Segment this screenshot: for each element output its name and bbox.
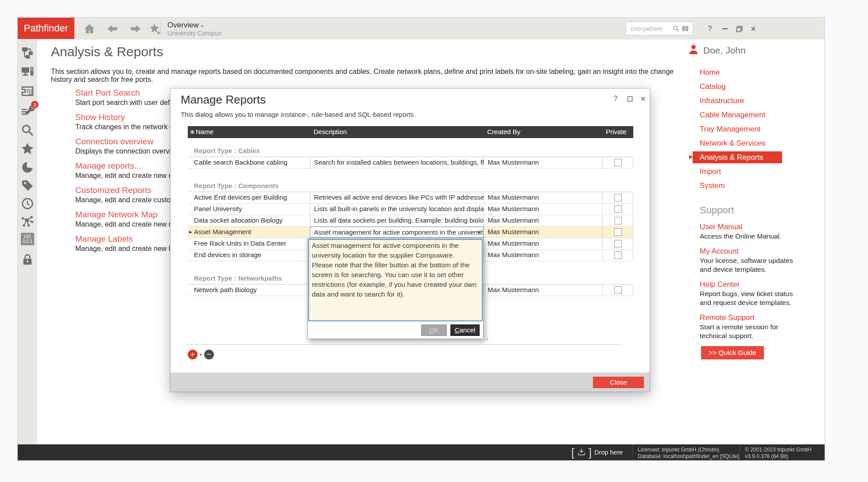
minimize-icon	[722, 28, 728, 29]
star-icon	[20, 142, 35, 156]
ip-addresses-button[interactable]: 192.0.0.1	[21, 233, 35, 247]
minimize-button[interactable]	[719, 23, 731, 35]
workstation-button[interactable]	[20, 65, 35, 79]
copyright-text: © 2001-2023 tripunkt GmbH	[745, 447, 811, 453]
column-header-name[interactable]: Name	[196, 128, 213, 135]
database-text: Database: localhost\pathfinder_en [SQLit…	[638, 453, 739, 459]
dialog-help-button[interactable]: ?	[610, 94, 621, 104]
close-dialog-button[interactable]: Close	[593, 377, 644, 388]
dialog-divider	[187, 344, 622, 345]
support-link[interactable]: User Manual	[700, 222, 801, 232]
report-row[interactable]: Cable search Backbone cablingSearch for …	[188, 157, 633, 169]
column-header-private[interactable]: Private	[606, 128, 627, 135]
breadcrumb-primary[interactable]: Overview	[167, 21, 199, 29]
report-desc-cell: Lists all built-in panels in the univers…	[310, 204, 484, 215]
nav-item-network-services[interactable]: Network & Services	[700, 137, 802, 149]
editor-ok-button[interactable]: OK	[421, 324, 447, 336]
dialog-maximize-button[interactable]	[624, 94, 636, 104]
table-header: ✱ Name Description Created By Private	[188, 126, 633, 138]
security-button[interactable]	[20, 252, 35, 266]
asterisk-icon: ✱	[190, 129, 195, 135]
private-checkbox[interactable]	[614, 228, 622, 236]
nav-item-infrastructure[interactable]: Infrastructure	[700, 95, 802, 107]
support-link[interactable]: Remote Support	[700, 313, 801, 323]
private-checkbox[interactable]	[614, 194, 622, 201]
report-name-cell: ▶Asset Management	[188, 227, 310, 238]
report-private-cell	[602, 157, 633, 168]
bracket-left: [	[571, 446, 574, 459]
report-private-cell	[602, 238, 633, 249]
private-checkbox[interactable]	[614, 159, 622, 166]
manage-reports-dialog: Manage Reports This dialog allows you to…	[170, 89, 650, 392]
support-item: My AccountYour license, software updates…	[700, 247, 801, 274]
nav-item-analysis-reports[interactable]: Analysis & Reports	[693, 151, 782, 163]
topology-button[interactable]	[20, 46, 35, 60]
floorplan-button[interactable]	[20, 84, 35, 98]
tag-icon	[20, 178, 35, 193]
maximize-button[interactable]	[733, 23, 745, 35]
column-header-created-by[interactable]: Created By	[487, 128, 520, 135]
report-desc-combo[interactable]: Asset management for active components i…	[310, 227, 484, 238]
back-button[interactable]	[106, 23, 119, 35]
private-checkbox[interactable]	[614, 286, 622, 294]
nav-item-cable-management[interactable]: Cable Management	[700, 109, 802, 121]
page-title: Analysis & Reports	[51, 44, 163, 59]
report-private-cell	[602, 204, 633, 215]
quick-guide-button[interactable]: >> Quick Guide	[701, 346, 764, 359]
dialog-close-button[interactable]: ✕	[637, 94, 649, 104]
lock-icon	[20, 252, 35, 266]
forward-button[interactable]	[129, 23, 142, 35]
left-toolbar: 3 192.0.0.1	[18, 39, 37, 444]
resize-grip[interactable]	[483, 336, 488, 340]
add-favorite-button[interactable]	[149, 23, 161, 35]
nav-item-system[interactable]: System	[700, 180, 802, 192]
network-map-button[interactable]	[20, 214, 35, 228]
support-link[interactable]: My Account	[700, 247, 801, 256]
remove-report-button[interactable]: −	[204, 350, 214, 359]
column-header-description[interactable]: Description	[314, 128, 347, 135]
description-editor-textarea[interactable]: Asset management for active components i…	[308, 239, 483, 321]
search-tool-button[interactable]	[20, 123, 35, 137]
support-heading: Support	[700, 204, 734, 216]
report-group-header: Report Type : Cables	[188, 143, 633, 157]
page-intro: This section allows you to, create and m…	[51, 68, 680, 84]
private-checkbox[interactable]	[614, 205, 622, 213]
nav-item-tray-management[interactable]: Tray Management	[700, 123, 802, 135]
labels-button[interactable]	[20, 178, 35, 193]
report-row[interactable]: Active End devices per BuildingRetrieves…	[188, 192, 633, 204]
search-icon[interactable]	[672, 25, 680, 32]
add-report-button[interactable]: +	[188, 350, 198, 359]
combo-dropdown-icon[interactable]: ▼	[477, 227, 481, 238]
breadcrumb-caret-icon: ▸	[202, 23, 204, 29]
barcode-icon[interactable]	[682, 25, 689, 32]
history-button[interactable]	[20, 197, 35, 211]
report-created-by-cell: Max Mustermann	[484, 238, 602, 249]
support-desc: Your license, software updates and devic…	[700, 256, 801, 274]
nav-item-home[interactable]: Home	[700, 66, 802, 78]
add-dropdown-icon[interactable]: ▾	[200, 352, 202, 357]
tools-button[interactable]: 3	[20, 104, 35, 118]
support-item: User ManualAccess the Online Manual.	[700, 222, 801, 241]
nav-item-import[interactable]: Import	[700, 166, 802, 177]
drop-here-target[interactable]: [ ] Drop here	[571, 444, 623, 460]
reports-button[interactable]	[20, 160, 35, 174]
close-window-button[interactable]: ✕	[748, 23, 759, 35]
report-row[interactable]: Panel UniversityLists all built-in panel…	[188, 204, 633, 215]
editor-cancel-button[interactable]: Cancel	[450, 324, 480, 336]
statusbar-divider	[632, 444, 633, 460]
nav-item-catalog[interactable]: Catalog	[700, 81, 802, 93]
description-editor-popup: Asset management for active components i…	[307, 238, 484, 339]
report-row[interactable]: ▶Asset ManagementAsset management for ac…	[188, 227, 633, 238]
user-name[interactable]: Doe, John	[703, 45, 746, 56]
support-link[interactable]: Help Center	[700, 280, 801, 289]
report-row[interactable]: Data socket allocation BiologyLists all …	[188, 215, 633, 227]
report-private-cell	[602, 250, 633, 261]
help-button[interactable]: ?	[704, 23, 716, 35]
private-checkbox[interactable]	[614, 251, 622, 259]
favorites-button[interactable]	[20, 142, 35, 156]
home-button[interactable]	[83, 23, 96, 35]
private-checkbox[interactable]	[614, 240, 622, 247]
breadcrumb[interactable]: Overview▸	[167, 21, 204, 30]
search-input[interactable]	[630, 25, 672, 33]
private-checkbox[interactable]	[614, 217, 622, 224]
